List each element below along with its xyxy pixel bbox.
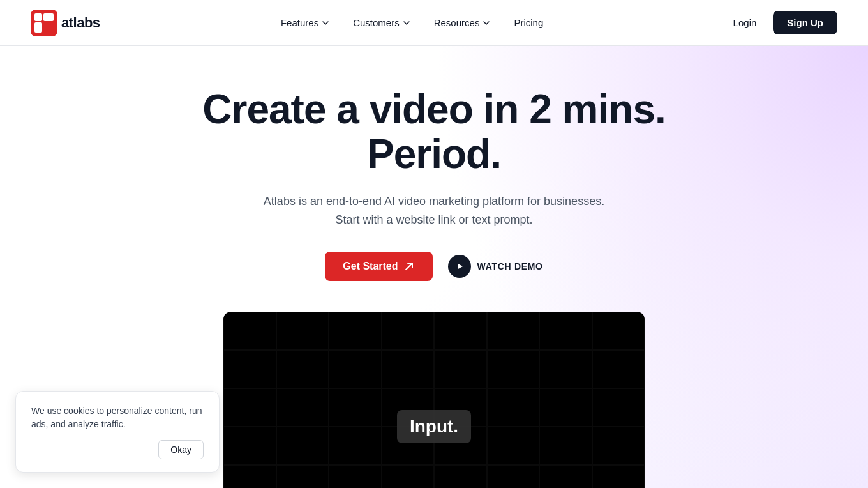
cookie-message: We use cookies to personalize content, r… [31, 404, 204, 431]
login-button[interactable]: Login [724, 12, 766, 33]
atlabs-logo-icon [31, 10, 57, 36]
nav-auth: Login Sign Up [724, 11, 837, 34]
svg-rect-3 [43, 13, 54, 21]
chevron-down-icon [482, 19, 491, 27]
nav-item-customers[interactable]: Customers [344, 12, 420, 33]
logo-text: atlabs [61, 15, 100, 31]
svg-rect-1 [34, 13, 42, 21]
watch-demo-button[interactable]: WATCH DEMO [448, 255, 543, 278]
cookie-ok-button[interactable]: Okay [158, 440, 204, 459]
nav-item-pricing[interactable]: Pricing [505, 12, 552, 33]
get-started-button[interactable]: Get Started [325, 252, 432, 281]
play-icon [448, 255, 471, 278]
hero-title: Create a video in 2 mins. Period. [191, 87, 677, 177]
hero-subtitle: Atlabs is an end-to-end AI video marketi… [264, 192, 604, 229]
cookie-banner: We use cookies to personalize content, r… [15, 391, 220, 473]
nav-item-resources[interactable]: Resources [425, 12, 500, 33]
video-input-label: Input. [397, 410, 471, 443]
logo[interactable]: atlabs [31, 10, 100, 36]
chevron-down-icon [321, 19, 330, 27]
arrow-icon [403, 261, 415, 272]
svg-rect-2 [34, 22, 42, 33]
main-nav: Features Customers Resources Pricing [272, 12, 552, 33]
video-grid [223, 312, 645, 488]
signup-button[interactable]: Sign Up [773, 11, 837, 34]
chevron-down-icon [402, 19, 411, 27]
header: atlabs Features Customers Resources Pric… [0, 0, 868, 46]
nav-item-features[interactable]: Features [272, 12, 339, 33]
cta-row: Get Started WATCH DEMO [325, 252, 542, 281]
video-player[interactable]: Input. [223, 312, 645, 488]
